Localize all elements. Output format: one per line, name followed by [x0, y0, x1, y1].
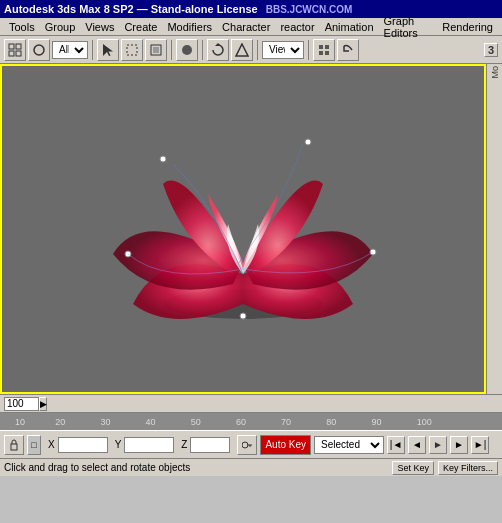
select-tool-btn[interactable] [97, 39, 119, 61]
svg-rect-22 [11, 444, 17, 450]
svg-rect-13 [325, 45, 329, 49]
svg-rect-1 [16, 44, 21, 49]
status-bar: Click and drag to select and rotate obje… [0, 458, 502, 476]
menu-views[interactable]: Views [80, 18, 119, 35]
menu-reactor[interactable]: reactor [275, 18, 319, 35]
lotus-art [83, 104, 403, 354]
ruler-80: 80 [326, 417, 336, 427]
key-icon-btn[interactable] [237, 435, 257, 455]
z-label: Z [181, 439, 187, 450]
x-input[interactable] [58, 437, 108, 453]
menu-group[interactable]: Group [40, 18, 81, 35]
svg-rect-15 [325, 51, 329, 55]
menu-bar: Tools Group Views Create Modifiers Chara… [0, 18, 502, 36]
play-btn[interactable]: ► [429, 436, 447, 454]
svg-rect-2 [9, 51, 14, 56]
bottom-controls: □ X Y Z Auto Key Selected |◄ ◄ ► ► ►| [0, 430, 502, 458]
svg-point-21 [240, 313, 246, 319]
status-message: Click and drag to select and rotate obje… [4, 462, 392, 473]
menu-modifiers[interactable]: Modifiers [162, 18, 217, 35]
y-label: Y [115, 439, 122, 450]
frame-scroll-btn[interactable]: ▶ [39, 397, 47, 411]
svg-point-4 [34, 45, 44, 55]
select-region-btn[interactable] [145, 39, 167, 61]
prev-key-btn[interactable]: ◄ [408, 436, 426, 454]
svg-marker-11 [236, 44, 248, 56]
viewport-wrapper [0, 64, 486, 394]
set-key-btn[interactable]: Set Key [392, 461, 434, 475]
undo-btn[interactable] [337, 39, 359, 61]
timeline-area: ▶ [0, 394, 502, 412]
svg-rect-3 [16, 51, 21, 56]
x-label: X [48, 439, 55, 450]
sep-5 [308, 40, 309, 60]
trackbar[interactable]: 10 20 30 40 50 60 70 80 90 100 [0, 412, 502, 430]
prev-frame-btn[interactable]: |◄ [387, 436, 405, 454]
viewport[interactable] [0, 64, 486, 394]
title-text: Autodesk 3ds Max 8 SP2 — Stand-alone Lic… [4, 3, 258, 15]
toolbar: All View 3 [0, 36, 502, 64]
viewport-row: Mo [0, 64, 502, 394]
menu-tools[interactable]: Tools [4, 18, 40, 35]
menu-graph-editors[interactable]: Graph Editors [379, 18, 438, 35]
ruler-10: 10 [15, 417, 25, 427]
scale-btn[interactable] [231, 39, 253, 61]
svg-rect-8 [153, 47, 159, 53]
sep-2 [171, 40, 172, 60]
menu-rendering[interactable]: Rendering [437, 18, 498, 35]
snap-btn[interactable] [313, 39, 335, 61]
y-input[interactable] [124, 437, 174, 453]
trackbar-ruler: 10 20 30 40 50 60 70 80 90 100 [0, 413, 502, 430]
ruler-20: 20 [55, 417, 65, 427]
svg-point-17 [160, 156, 166, 162]
all-select[interactable]: All [52, 41, 88, 59]
ruler-90: 90 [371, 417, 381, 427]
svg-point-9 [182, 45, 192, 55]
ruler-40: 40 [146, 417, 156, 427]
frame-number-input[interactable] [4, 397, 39, 411]
ruler-70: 70 [281, 417, 291, 427]
rotate-btn[interactable] [207, 39, 229, 61]
auto-key-button[interactable]: Auto Key [260, 435, 311, 455]
next-key-btn[interactable]: ► [450, 436, 468, 454]
sep-4 [257, 40, 258, 60]
sep-3 [202, 40, 203, 60]
menu-character[interactable]: Character [217, 18, 275, 35]
svg-point-18 [305, 139, 311, 145]
menu-animation[interactable]: Animation [320, 18, 379, 35]
right-command-panel: Mo [486, 64, 502, 394]
coord-absolute-btn[interactable]: □ [27, 435, 41, 455]
next-frame-btn[interactable]: ►| [471, 436, 489, 454]
status-right: Set Key Key Filters... [392, 461, 498, 475]
key-filters-btn[interactable]: Key Filters... [438, 461, 498, 475]
svg-rect-6 [127, 45, 137, 55]
circle-btn[interactable] [176, 39, 198, 61]
ruler-60: 60 [236, 417, 246, 427]
z-input[interactable] [190, 437, 230, 453]
view-select[interactable]: View [262, 41, 304, 59]
sep-1 [92, 40, 93, 60]
panel-label: Mo [490, 66, 500, 83]
svg-rect-12 [319, 45, 323, 49]
ruler-50: 50 [191, 417, 201, 427]
bbs-text: BBS.JCWCN.COM [266, 4, 353, 15]
svg-marker-10 [215, 43, 221, 46]
svg-rect-0 [9, 44, 14, 49]
named-sel-btn[interactable]: 3 [484, 43, 498, 57]
region-select-btn[interactable] [121, 39, 143, 61]
selected-dropdown[interactable]: Selected [314, 436, 384, 454]
toolbar-btn-1[interactable] [4, 39, 26, 61]
ruler-30: 30 [100, 417, 110, 427]
toolbar-btn-2[interactable] [28, 39, 50, 61]
svg-rect-14 [319, 51, 323, 55]
menu-create[interactable]: Create [119, 18, 162, 35]
ruler-100: 100 [417, 417, 432, 427]
svg-marker-5 [103, 44, 113, 56]
lock-btn[interactable] [4, 435, 24, 455]
